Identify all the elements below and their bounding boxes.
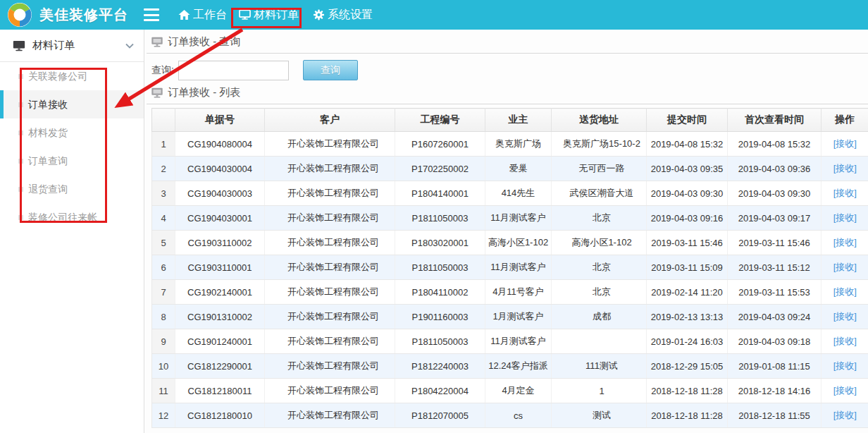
cell-submit_time: 2019-03-11 15:46 xyxy=(647,231,728,255)
sidebar-item-return-query[interactable]: 退货查询 xyxy=(0,175,144,203)
receive-link[interactable]: [接收] xyxy=(833,262,857,272)
sidebar-item-related-companies[interactable]: 关联装修公司 xyxy=(0,62,144,90)
section-header-list: 订单接收 - 列表 xyxy=(147,86,868,104)
receive-link[interactable]: [接收] xyxy=(833,410,857,420)
cell-customer: 开心装饰工程有限公司 xyxy=(265,354,395,379)
nav-item-system-settings[interactable]: 系统设置 xyxy=(313,8,373,23)
cell-owner: 11月测试客户 xyxy=(485,255,552,280)
cell-project_no: P1811050003 xyxy=(395,206,485,231)
cell-submit_time: 2019-02-13 13:13 xyxy=(647,305,728,329)
column-header: 提交时间 xyxy=(647,109,728,132)
receive-link[interactable]: [接收] xyxy=(833,163,857,173)
main-content: 订单接收 - 查询 查询: 查询 订单接收 - 列表 单据号客户工程编号 xyxy=(145,30,868,433)
cell-action: [接收] xyxy=(822,255,868,280)
receive-link[interactable]: [接收] xyxy=(833,360,857,371)
receive-link[interactable]: [接收] xyxy=(833,212,857,223)
column-header: 单据号 xyxy=(175,109,265,132)
table-row: 8CG1901310002开心装饰工程有限公司P19011600031月测试客户… xyxy=(152,305,868,329)
receive-link[interactable]: [接收] xyxy=(833,188,857,198)
cell-customer: 开心装饰工程有限公司 xyxy=(265,379,395,403)
table-row: 10CG1812290001开心装饰工程有限公司P181224000312.24… xyxy=(152,354,868,379)
cell-first_view_time: 2019-04-03 09:17 xyxy=(728,206,822,231)
cell-project_no: P1812070005 xyxy=(395,403,485,428)
cell-doc_no: CG1901240001 xyxy=(175,329,265,354)
cell-address xyxy=(552,329,647,354)
receive-link[interactable]: [接收] xyxy=(833,336,857,346)
table-row: 2CG1904030004开心装饰工程有限公司P1702250002爱巢无可西一… xyxy=(152,157,868,181)
cell-owner: 12.24客户指派 xyxy=(485,354,552,379)
sidebar-item-label: 订单接收 xyxy=(28,99,68,110)
cell-project_no: P1804110002 xyxy=(395,280,485,305)
cell-address: 北京 xyxy=(552,255,647,280)
cell-submit_time: 2018-12-18 11:28 xyxy=(647,379,728,403)
monitor-icon xyxy=(151,87,163,98)
sidebar: 材料订单 关联装修公司 订单接收 材料发货 订单查询 xyxy=(0,30,144,433)
table-row: 4CG1904030001开心装饰工程有限公司P181105000311月测试客… xyxy=(152,206,868,231)
hamburger-menu-icon[interactable] xyxy=(144,8,159,21)
top-navigation: 工作台 材料订单 xyxy=(178,8,373,23)
receive-link[interactable]: [接收] xyxy=(833,237,857,248)
query-button[interactable]: 查询 xyxy=(303,60,358,80)
cell-customer: 开心装饰工程有限公司 xyxy=(265,206,395,231)
orders-table: 单据号客户工程编号业主送货地址提交时间首次查看时间操作 1CG190408000… xyxy=(151,108,868,428)
cell-no: 8 xyxy=(152,305,175,329)
sidebar-group-label: 材料订单 xyxy=(32,39,125,52)
cell-customer: 开心装饰工程有限公司 xyxy=(265,132,395,157)
cell-doc_no: CG1902140001 xyxy=(175,280,265,305)
receive-link[interactable]: [接收] xyxy=(833,385,857,396)
cell-doc_no: CG1812290001 xyxy=(175,354,265,379)
nav-item-workbench[interactable]: 工作台 xyxy=(178,8,227,23)
sidebar-item-label: 材料发货 xyxy=(28,127,68,138)
cell-owner: 奥克斯广场 xyxy=(485,132,552,157)
cell-action: [接收] xyxy=(822,231,868,255)
column-header: 业主 xyxy=(485,109,552,132)
cell-customer: 开心装饰工程有限公司 xyxy=(265,255,395,280)
sidebar-item-order-receive[interactable]: 订单接收 xyxy=(0,90,144,118)
nav-label: 工作台 xyxy=(193,8,227,23)
cell-project_no: P1804140001 xyxy=(395,181,485,206)
cell-first_view_time: 2019-03-11 15:46 xyxy=(728,231,822,255)
query-input[interactable] xyxy=(178,61,289,80)
sidebar-item-order-query[interactable]: 订单查询 xyxy=(0,147,144,175)
monitor-icon xyxy=(239,9,251,20)
cell-address: 北京 xyxy=(552,206,647,231)
cell-address: 武侯区潮音大道 xyxy=(552,181,647,206)
cell-doc_no: CG1812180010 xyxy=(175,403,265,428)
section-title: 订单接收 - 查询 xyxy=(168,35,240,49)
query-form: 查询: 查询 xyxy=(151,60,868,80)
cell-first_view_time: 2019-04-08 15:32 xyxy=(728,132,822,157)
cell-owner: 414先生 xyxy=(485,181,552,206)
cell-project_no: P1607260001 xyxy=(395,132,485,157)
cell-address: 北京 xyxy=(552,280,647,305)
sidebar-item-label: 退货查询 xyxy=(28,183,68,195)
cell-no: 2 xyxy=(152,157,175,181)
column-header: 操作 xyxy=(822,109,868,132)
nav-label: 材料订单 xyxy=(254,8,299,23)
sidebar-group-material-orders[interactable]: 材料订单 xyxy=(0,30,144,62)
cell-doc_no: CG1904030004 xyxy=(175,157,265,181)
brand-logo-icon xyxy=(7,2,32,28)
nav-item-material-orders[interactable]: 材料订单 xyxy=(239,8,299,23)
sidebar-item-company-accounts[interactable]: 装修公司往来帐 xyxy=(0,203,144,231)
column-header: 首次查看时间 xyxy=(728,109,822,132)
column-header: 客户 xyxy=(265,109,395,132)
table-row: 11CG1812180011开心装饰工程有限公司P18042200044月定金1… xyxy=(152,379,868,403)
cell-no: 6 xyxy=(152,255,175,280)
cell-project_no: P1803020001 xyxy=(395,231,485,255)
sidebar-item-label: 关联装修公司 xyxy=(28,71,87,82)
table-header: 单据号客户工程编号业主送货地址提交时间首次查看时间操作 xyxy=(152,109,868,132)
home-icon xyxy=(178,9,190,20)
column-header: 送货地址 xyxy=(552,109,647,132)
cell-action: [接收] xyxy=(822,329,868,354)
receive-link[interactable]: [接收] xyxy=(833,286,857,297)
table-row: 7CG1902140001开心装饰工程有限公司P18041100024月11号客… xyxy=(152,280,868,305)
cell-submit_time: 2019-04-08 15:32 xyxy=(647,132,728,157)
cell-owner: 11月测试客户 xyxy=(485,329,552,354)
receive-link[interactable]: [接收] xyxy=(833,138,857,149)
table-row: 1CG1904080004开心装饰工程有限公司P1607260001奥克斯广场奥… xyxy=(152,132,868,157)
cell-action: [接收] xyxy=(822,132,868,157)
receive-link[interactable]: [接收] xyxy=(833,311,857,322)
cell-first_view_time: 2019-04-03 09:18 xyxy=(728,329,822,354)
sidebar-item-material-shipping[interactable]: 材料发货 xyxy=(0,118,144,147)
bullet-icon xyxy=(18,159,23,164)
